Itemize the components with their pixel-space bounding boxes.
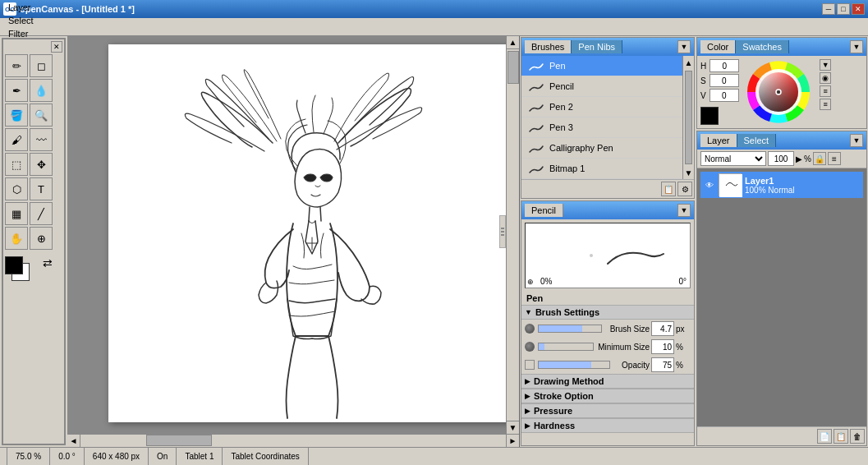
tab-layer[interactable]: Layer: [700, 134, 737, 147]
tool-pencil[interactable]: ✒: [5, 79, 28, 102]
h-scroll-track[interactable]: [80, 435, 506, 448]
tool-gradient[interactable]: ▦: [5, 202, 28, 225]
brush-scroll-up[interactable]: ▲: [683, 56, 694, 69]
tool-eraser[interactable]: ◻: [30, 54, 53, 77]
color-btn-1[interactable]: ▼: [820, 59, 831, 71]
opacity-input[interactable]: [768, 151, 794, 166]
brush-item-pen[interactable]: Pen: [521, 56, 682, 76]
tool-line[interactable]: ╱: [30, 202, 53, 225]
bs-close-btn[interactable]: ▼: [677, 204, 691, 217]
layer-lock-btn[interactable]: 🔒: [813, 152, 826, 165]
color-btn-3[interactable]: ≡: [820, 85, 831, 97]
tool-text[interactable]: T: [30, 177, 53, 200]
color-btn-4[interactable]: ≡: [820, 99, 831, 110]
tab-pen-nibs[interactable]: Pen Nibs: [572, 40, 622, 53]
tool-lasso[interactable]: ⬡: [5, 177, 28, 200]
brush-scroll-thumb[interactable]: [685, 71, 692, 164]
fg-color-swatch[interactable]: [5, 256, 23, 274]
pressure-section[interactable]: ▶ Pressure: [521, 403, 694, 418]
brushes-panel-close[interactable]: ▼: [677, 40, 691, 53]
brush-scroll-down[interactable]: ▼: [683, 166, 694, 179]
tab-color[interactable]: Color: [700, 40, 736, 53]
min-size-bar[interactable]: [538, 343, 594, 351]
brush-name: Pen: [549, 61, 566, 71]
layer-copy-btn[interactable]: 📋: [834, 429, 848, 444]
hardness-section[interactable]: ▶ Hardness: [521, 418, 694, 433]
tool-move[interactable]: ✥: [30, 153, 53, 176]
splitter-dot-1: [501, 228, 504, 229]
h-scroll-thumb[interactable]: [146, 435, 212, 446]
brush-item-pen-2[interactable]: Pen 2: [521, 97, 682, 117]
layer-panel-close[interactable]: ▼: [850, 134, 863, 147]
min-size-row: Minimum Size %: [521, 338, 694, 356]
bs-arrow-icon: ▼: [525, 308, 532, 316]
brush-item-calligraphy-pen[interactable]: Calligraphy Pen: [521, 138, 682, 159]
tool-magnify[interactable]: ⊕: [30, 227, 53, 250]
brush-item-pencil[interactable]: Pencil: [521, 76, 682, 97]
brush-size-row: Brush Size px: [521, 320, 694, 338]
brush-settings-btn[interactable]: ⚙: [677, 182, 692, 196]
tool-fill[interactable]: 🪣: [5, 104, 28, 127]
brush-list-container: Pen Pencil Pen 2 Pen 3 Calligraphy Pen B…: [521, 56, 694, 179]
layer-item-1[interactable]: 👁 Layer1 100% Normal: [700, 172, 863, 198]
opacity-bar[interactable]: [538, 361, 610, 369]
dm-arrow-icon: ▶: [525, 377, 530, 385]
brush-size-bar[interactable]: [538, 325, 602, 333]
v-splitter[interactable]: [499, 215, 506, 248]
tab-swatches[interactable]: Swatches: [736, 40, 789, 53]
tool-brush[interactable]: 🖌: [5, 128, 28, 151]
tab-brushes[interactable]: Brushes: [525, 40, 572, 53]
tab-pencil[interactable]: Pencil: [525, 204, 563, 217]
close-button[interactable]: ✕: [852, 3, 865, 15]
tool-hand[interactable]: ✋: [5, 227, 28, 250]
menu-item-select[interactable]: Select: [2, 14, 47, 27]
layer-delete-btn[interactable]: 🗑: [850, 429, 865, 444]
scroll-up-arrow[interactable]: ▲: [507, 36, 519, 49]
canvas-container[interactable]: [108, 44, 511, 422]
layer-more-btn[interactable]: ≡: [828, 152, 841, 165]
scroll-down-arrow[interactable]: ▼: [507, 421, 519, 434]
vertical-scrollbar[interactable]: ▲ ▼: [506, 36, 519, 434]
tool-pen[interactable]: ✏: [5, 54, 28, 77]
hue-input[interactable]: [710, 59, 739, 72]
blend-mode-select[interactable]: Normal Multiply Screen Overlay: [700, 151, 766, 166]
layer-thumbnail: [719, 173, 742, 196]
brush-item-pen-3[interactable]: Pen 3: [521, 117, 682, 138]
scroll-right-arrow[interactable]: ►: [506, 435, 519, 448]
scroll-left-arrow[interactable]: ◄: [67, 435, 80, 448]
color-wheel-container[interactable]: [746, 59, 811, 125]
preview-add-icon[interactable]: ⊕: [527, 278, 534, 286]
drawing-canvas[interactable]: [108, 44, 511, 422]
drawing-method-section[interactable]: ▶ Drawing Method: [521, 374, 694, 389]
brush-settings-section-header[interactable]: ▼ Brush Settings: [521, 305, 694, 320]
val-input[interactable]: [710, 89, 739, 102]
brush-add-btn[interactable]: 📋: [661, 182, 676, 196]
layer-new-btn[interactable]: 📄: [817, 429, 832, 444]
stroke-option-section[interactable]: ▶ Stroke Option: [521, 389, 694, 403]
menu-item-layer[interactable]: Layer: [2, 1, 47, 14]
tool-eyedropper[interactable]: 💧: [30, 79, 53, 102]
min-size-value[interactable]: [651, 339, 674, 354]
brush-size-value[interactable]: [651, 321, 674, 336]
brush-icon: [528, 80, 544, 93]
maximize-button[interactable]: □: [837, 3, 850, 15]
color-btn-2[interactable]: ◉: [820, 72, 831, 84]
horizontal-scrollbar[interactable]: ◄ ►: [67, 434, 519, 447]
minimize-button[interactable]: ─: [822, 3, 835, 15]
tool-select-rect[interactable]: ⬚: [5, 153, 28, 176]
opacity-value[interactable]: [651, 357, 674, 372]
brush-item-bitmap-1[interactable]: Bitmap 1: [521, 159, 682, 179]
opacity-dot: [525, 360, 535, 370]
tool-zoom-tool[interactable]: 🔍: [30, 104, 53, 127]
tool-smudge[interactable]: 〰: [30, 128, 53, 151]
tab-select[interactable]: Select: [737, 134, 777, 147]
color-panel-close[interactable]: ▼: [850, 40, 863, 53]
sat-input[interactable]: [710, 74, 739, 87]
color-swap-icon[interactable]: ⇄: [43, 256, 53, 269]
brush-icon: [528, 162, 544, 175]
layer-eye-icon[interactable]: 👁: [704, 179, 715, 191]
brush-scrollbar[interactable]: ▲ ▼: [682, 56, 694, 179]
v-scroll-thumb[interactable]: [507, 51, 519, 84]
hue-label: H: [700, 62, 706, 71]
tools-panel-close[interactable]: ✕: [51, 41, 62, 53]
